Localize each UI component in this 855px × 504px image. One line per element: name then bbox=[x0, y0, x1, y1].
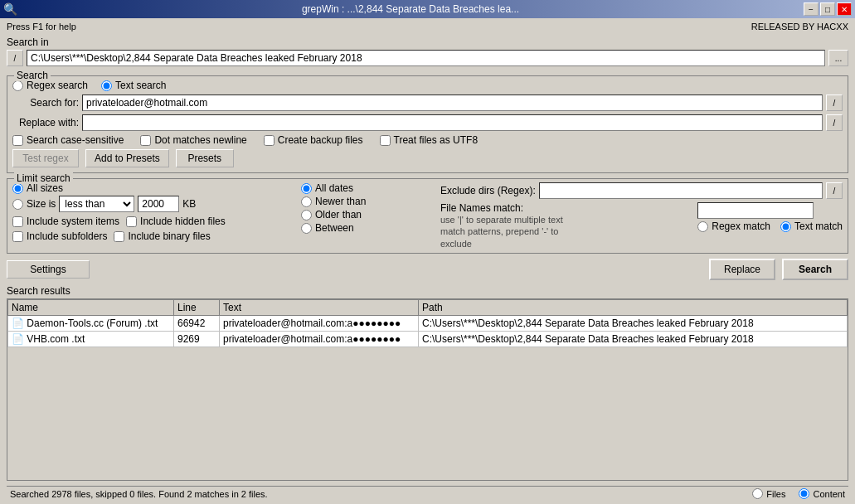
exclude-slash-button[interactable]: / bbox=[826, 182, 843, 199]
cell-line: 66942 bbox=[174, 315, 220, 331]
app-icon: 🔍 bbox=[3, 2, 17, 16]
text-search-option[interactable]: Text search bbox=[101, 80, 166, 91]
maximize-button[interactable]: □ bbox=[820, 2, 835, 16]
all-sizes-option[interactable]: All sizes bbox=[12, 182, 294, 194]
options-row-1: Search case-sensitive Dot matches newlin… bbox=[12, 134, 843, 146]
replace-slash-button[interactable]: / bbox=[826, 114, 843, 131]
dot-newline-checkbox[interactable] bbox=[140, 135, 151, 146]
subfolders-checkbox[interactable] bbox=[12, 231, 23, 242]
older-than-label: Older than bbox=[315, 209, 362, 220]
search-in-section: Search in / ... bbox=[7, 36, 848, 70]
search-in-row: / ... bbox=[7, 50, 848, 66]
newer-than-radio[interactable] bbox=[301, 196, 312, 207]
all-dates-radio[interactable] bbox=[301, 183, 312, 194]
replace-button[interactable]: Replace bbox=[709, 259, 775, 280]
search-for-slash-button[interactable]: / bbox=[826, 94, 843, 111]
utf8-checkbox[interactable] bbox=[380, 135, 391, 146]
size-is-option[interactable]: Size is bbox=[12, 198, 56, 210]
text-match-label: Text match bbox=[794, 220, 843, 232]
binary-files-checkbox[interactable] bbox=[114, 231, 124, 242]
col-name: Name bbox=[8, 299, 174, 315]
regex-match-radio[interactable] bbox=[697, 221, 708, 232]
browse-button[interactable]: ... bbox=[828, 50, 848, 66]
status-bar: Searched 2978 files, skipped 0 files. Fo… bbox=[7, 486, 848, 501]
minimize-button[interactable]: − bbox=[804, 2, 819, 16]
hidden-files-checkbox[interactable] bbox=[126, 216, 137, 227]
all-sizes-radio[interactable] bbox=[12, 183, 23, 194]
text-match-option[interactable]: Text match bbox=[780, 220, 843, 232]
presets-button[interactable]: Presets bbox=[176, 149, 234, 167]
hidden-files-option[interactable]: Include hidden files bbox=[126, 216, 226, 227]
add-presets-button[interactable]: Add to Presets bbox=[85, 149, 169, 167]
search-path-input[interactable] bbox=[27, 50, 825, 66]
file-names-input[interactable] bbox=[697, 202, 814, 219]
regex-label: Regex search bbox=[27, 80, 88, 91]
files-radio[interactable] bbox=[752, 488, 763, 499]
results-table-container: Name Line Text Path 📄 Daemon-Tools.cc (F… bbox=[7, 298, 848, 481]
action-row: Settings Replace Search bbox=[7, 259, 848, 280]
col-path: Path bbox=[419, 299, 848, 315]
between-option[interactable]: Between bbox=[301, 222, 434, 234]
older-than-option[interactable]: Older than bbox=[301, 209, 434, 220]
results-thead: Name Line Text Path bbox=[8, 299, 848, 315]
exclude-dirs-label: Exclude dirs (Regex): bbox=[440, 185, 536, 196]
replace-with-label: Replace with: bbox=[12, 117, 79, 128]
binary-files-option[interactable]: Include binary files bbox=[114, 230, 210, 242]
regex-search-option[interactable]: Regex search bbox=[12, 80, 88, 91]
search-for-input[interactable] bbox=[82, 94, 823, 111]
limit-middle: All dates Newer than Older than Between bbox=[301, 182, 434, 250]
dot-newline-option[interactable]: Dot matches newline bbox=[140, 134, 246, 146]
cell-line: 9269 bbox=[174, 331, 220, 346]
case-sensitive-option[interactable]: Search case-sensitive bbox=[12, 134, 124, 146]
size-value-input[interactable] bbox=[138, 196, 179, 212]
files-option[interactable]: Files bbox=[752, 488, 785, 499]
window-title: grepWin : ...\2,844 Separate Data Breach… bbox=[17, 3, 804, 15]
regex-match-label: Regex match bbox=[712, 220, 770, 232]
col-text: Text bbox=[220, 299, 419, 315]
file-names-desc: use '|' to separate multiple text match … bbox=[440, 214, 694, 250]
cell-path: C:\Users\***\Desktop\2,844 Separate Data… bbox=[419, 315, 848, 331]
regex-match-option[interactable]: Regex match bbox=[697, 220, 770, 232]
replace-with-input[interactable] bbox=[82, 114, 823, 131]
window-controls: − □ ✕ bbox=[804, 2, 852, 16]
regex-radio[interactable] bbox=[12, 80, 23, 91]
utf8-label: Treat files as UTF8 bbox=[394, 134, 479, 146]
results-tbody: 📄 Daemon-Tools.cc (Forum) .txt 66942 pri… bbox=[8, 315, 848, 346]
content-radio[interactable] bbox=[799, 488, 809, 499]
all-dates-label: All dates bbox=[315, 182, 353, 194]
test-regex-button[interactable]: Test regex bbox=[12, 149, 79, 167]
size-is-row: Size is less than greater than equal to … bbox=[12, 196, 294, 212]
limit-left: All sizes Size is less than greater than… bbox=[12, 182, 294, 250]
content-option[interactable]: Content bbox=[799, 488, 845, 499]
search-in-label: Search in bbox=[7, 36, 848, 48]
all-dates-option[interactable]: All dates bbox=[301, 182, 434, 194]
text-radio[interactable] bbox=[101, 80, 112, 91]
search-button[interactable]: Search bbox=[782, 259, 848, 280]
size-is-radio[interactable] bbox=[12, 199, 23, 210]
between-label: Between bbox=[315, 222, 354, 234]
newer-than-option[interactable]: Newer than bbox=[301, 196, 434, 207]
status-right: Files Content bbox=[752, 488, 845, 499]
backup-files-option[interactable]: Create backup files bbox=[264, 134, 363, 146]
size-condition-select[interactable]: less than greater than equal to bbox=[59, 196, 134, 212]
utf8-option[interactable]: Treat files as UTF8 bbox=[380, 134, 479, 146]
system-items-option[interactable]: Include system items bbox=[12, 216, 119, 227]
close-button[interactable]: ✕ bbox=[837, 2, 852, 16]
limit-right: Exclude dirs (Regex): / File Names match… bbox=[440, 182, 843, 250]
exclude-dirs-input[interactable] bbox=[539, 182, 823, 199]
case-sensitive-checkbox[interactable] bbox=[12, 135, 23, 146]
table-row[interactable]: 📄 VHB.com .txt 9269 privateloader@hotmai… bbox=[8, 331, 848, 346]
size-is-label: Size is bbox=[27, 198, 56, 210]
search-section-label: Search bbox=[14, 70, 51, 81]
between-radio[interactable] bbox=[301, 223, 312, 234]
search-type-row: Regex search Text search bbox=[12, 80, 843, 91]
backup-files-checkbox[interactable] bbox=[264, 135, 274, 146]
table-row[interactable]: 📄 Daemon-Tools.cc (Forum) .txt 66942 pri… bbox=[8, 315, 848, 331]
system-items-checkbox[interactable] bbox=[12, 216, 23, 227]
older-than-radio[interactable] bbox=[301, 210, 312, 220]
path-prefix-button[interactable]: / bbox=[7, 50, 23, 66]
subfolders-option[interactable]: Include subfolders bbox=[12, 230, 107, 242]
text-match-radio[interactable] bbox=[780, 221, 791, 232]
settings-button[interactable]: Settings bbox=[7, 260, 90, 279]
limit-section: Limit search All sizes Size is less than… bbox=[7, 178, 848, 254]
